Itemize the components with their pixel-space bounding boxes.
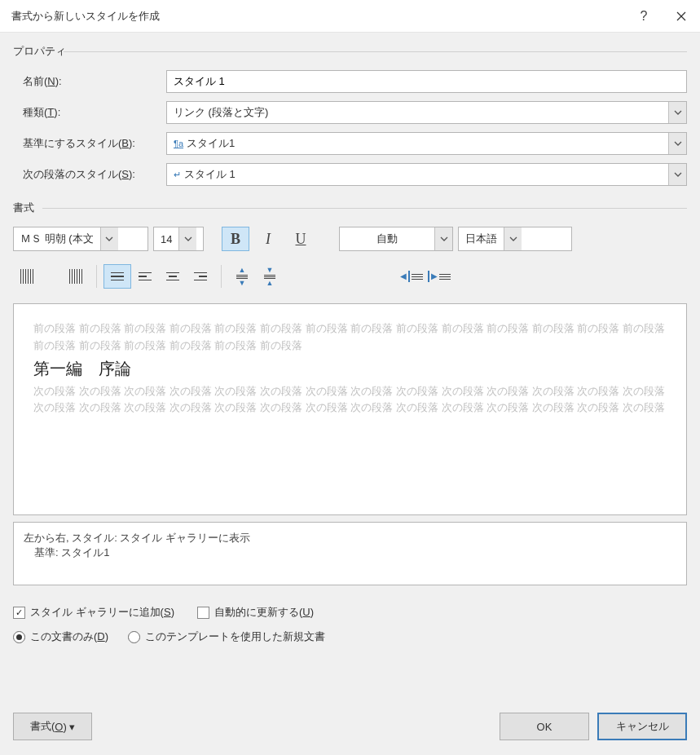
help-button[interactable]: ?: [625, 0, 663, 33]
size-combo-text: 14: [154, 227, 178, 250]
increase-indent-icon: ▶: [428, 271, 451, 282]
align-center-button[interactable]: [159, 264, 187, 289]
type-combo[interactable]: リンク (段落と文字): [166, 101, 687, 124]
autoupdate-checkbox-label: 自動的に更新する(U): [214, 605, 314, 620]
base-combo[interactable]: ¶a スタイル1: [166, 132, 687, 155]
button-bar: 書式(O) ▾ OK キャンセル: [13, 698, 687, 740]
font-combo-chevron[interactable]: [100, 227, 118, 250]
font-color-chevron[interactable]: [434, 227, 452, 250]
lang-combo[interactable]: 日本語: [458, 227, 572, 251]
next-combo-chevron[interactable]: [668, 164, 686, 185]
align-center-icon: [166, 272, 179, 281]
checkbox-icon: [197, 607, 209, 619]
font-combo[interactable]: ＭＳ 明朝 (本文: [13, 227, 148, 251]
chevron-down-icon: [674, 141, 682, 146]
section-properties-label: プロパティ: [13, 45, 66, 57]
decrease-indent-button[interactable]: ◀: [398, 264, 425, 289]
dialog-content: プロパティ 名前(N): 種類(T): リンク (段落と文字) 基準にするスタイ…: [0, 33, 700, 755]
bars-icon: [69, 269, 82, 284]
chevron-down-icon: [440, 236, 448, 241]
window-title: 書式から新しいスタイルを作成: [11, 9, 160, 24]
paragraph-style-icon: ¶a: [174, 139, 183, 148]
close-icon: [676, 11, 686, 21]
row-next: 次の段落のスタイル(S): ↵ スタイル 1: [13, 163, 687, 186]
preview-prev-paragraphs: 前の段落 前の段落 前の段落 前の段落 前の段落 前の段落 前の段落 前の段落 …: [33, 320, 667, 355]
radio-row: この文書のみ(D) このテンプレートを使用した新規文書: [13, 629, 687, 644]
font-color-text: 自動: [340, 227, 434, 250]
text-direction-rtl-button[interactable]: [62, 264, 90, 289]
format-toolbar-1: ＭＳ 明朝 (本文 14 B I U 自動 日本語: [13, 227, 687, 251]
font-color-combo[interactable]: 自動: [339, 227, 453, 251]
increase-paragraph-spacing-button[interactable]: ▲▼: [228, 264, 256, 289]
gallery-checkbox-label: スタイル ギャラリーに追加(S): [30, 605, 174, 620]
lang-combo-text: 日本語: [459, 227, 504, 250]
label-next: 次の段落のスタイル(S):: [13, 167, 166, 182]
return-icon: ↵: [174, 170, 181, 180]
align-right-button[interactable]: [187, 264, 214, 289]
template-radio[interactable]: このテンプレートを使用した新規文書: [128, 629, 325, 644]
cancel-button[interactable]: キャンセル: [597, 713, 687, 740]
align-left-button[interactable]: [131, 264, 159, 289]
section-formatting-label: 書式: [13, 201, 34, 214]
size-combo-chevron[interactable]: [178, 227, 196, 250]
autoupdate-checkbox[interactable]: 自動的に更新する(U): [197, 605, 314, 620]
format-menu-button[interactable]: 書式(O) ▾: [13, 713, 92, 740]
name-input[interactable]: [166, 70, 687, 93]
close-button[interactable]: [663, 0, 700, 33]
desc-line-2: 基準: スタイル1: [24, 545, 676, 560]
row-name: 名前(N):: [13, 70, 687, 93]
this-document-radio-label: この文書のみ(D): [30, 629, 108, 644]
section-properties: プロパティ: [13, 44, 687, 59]
chevron-down-icon: [184, 236, 192, 241]
style-description: 左から右, スタイル: スタイル ギャラリーに表示 基準: スタイル1: [13, 522, 687, 585]
increase-indent-button[interactable]: ▶: [425, 264, 453, 289]
label-name: 名前(N):: [13, 74, 166, 89]
underline-button[interactable]: U: [287, 227, 315, 251]
type-combo-text: リンク (段落と文字): [167, 105, 668, 120]
gallery-checkbox[interactable]: ✓ スタイル ギャラリーに追加(S): [13, 605, 174, 620]
bars-icon: [20, 269, 33, 284]
type-combo-chevron[interactable]: [668, 102, 686, 123]
lang-combo-chevron[interactable]: [504, 227, 522, 250]
checkbox-row: ✓ スタイル ギャラリーに追加(S) 自動的に更新する(U): [13, 605, 687, 620]
row-type: 種類(T): リンク (段落と文字): [13, 101, 687, 124]
this-document-radio[interactable]: この文書のみ(D): [13, 629, 108, 644]
decrease-paragraph-spacing-button[interactable]: ▼▲: [256, 264, 284, 289]
label-type: 種類(T):: [13, 105, 166, 120]
base-combo-text: ¶a スタイル1: [167, 136, 668, 151]
align-justify-icon: [111, 272, 124, 281]
chevron-down-icon: [105, 236, 113, 241]
row-base: 基準にするスタイル(B): ¶a スタイル1: [13, 132, 687, 155]
italic-button[interactable]: I: [254, 227, 282, 251]
style-preview: 前の段落 前の段落 前の段落 前の段落 前の段落 前の段落 前の段落 前の段落 …: [13, 303, 687, 515]
chevron-down-icon: [674, 172, 682, 177]
bold-button[interactable]: B: [222, 227, 249, 251]
titlebar-right: ?: [625, 0, 700, 33]
chevron-down-icon: [509, 236, 517, 241]
next-combo-text: ↵ スタイル 1: [167, 167, 668, 182]
titlebar: 書式から新しいスタイルを作成 ?: [0, 0, 700, 33]
format-toolbar-2: ▲▼ ▼▲ ◀ ▶: [13, 264, 687, 289]
align-left-icon: [139, 272, 152, 281]
radio-icon: [13, 631, 25, 643]
text-direction-ltr-button[interactable]: [13, 264, 41, 289]
chevron-down-icon: [674, 110, 682, 115]
size-combo[interactable]: 14: [153, 227, 204, 251]
ok-button[interactable]: OK: [500, 713, 589, 740]
section-formatting: 書式: [13, 201, 687, 215]
template-radio-label: このテンプレートを使用した新規文書: [145, 629, 325, 644]
radio-icon: [128, 631, 140, 643]
preview-sample-text: 第一編 序論: [33, 358, 667, 380]
decrease-indent-icon: ◀: [400, 271, 423, 282]
desc-line-1: 左から右, スタイル: スタイル ギャラリーに表示: [24, 531, 676, 545]
align-right-icon: [194, 272, 207, 281]
para-space-decrease-icon: ▼▲: [264, 267, 275, 287]
base-combo-chevron[interactable]: [668, 133, 686, 154]
checkbox-icon: ✓: [13, 607, 25, 619]
preview-next-paragraphs: 次の段落 次の段落 次の段落 次の段落 次の段落 次の段落 次の段落 次の段落 …: [33, 383, 667, 417]
next-combo[interactable]: ↵ スタイル 1: [166, 163, 687, 186]
align-justify-button[interactable]: [103, 264, 131, 289]
label-base: 基準にするスタイル(B):: [13, 136, 166, 151]
font-combo-text: ＭＳ 明朝 (本文: [14, 227, 100, 250]
para-space-increase-icon: ▲▼: [236, 267, 248, 287]
